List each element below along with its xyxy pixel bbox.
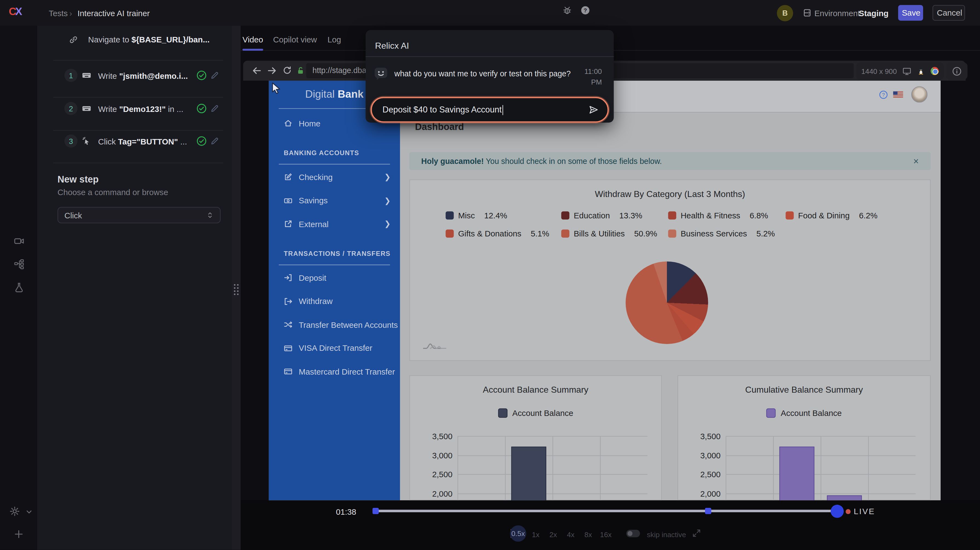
- panel-resize-handle[interactable]: [232, 26, 240, 550]
- legend-percent: 5.2%: [756, 229, 775, 238]
- lab-flask-icon[interactable]: [14, 282, 24, 293]
- bank-nav-label: Checking: [299, 172, 333, 182]
- help-icon[interactable]: ?: [581, 6, 590, 15]
- cancel-button[interactable]: Cancel: [932, 5, 965, 21]
- bug-icon[interactable]: [562, 6, 572, 15]
- legend-swatch: [446, 230, 454, 238]
- signin-icon: [284, 273, 293, 282]
- us-flag-icon[interactable]: [893, 91, 903, 98]
- environment-icon: [803, 8, 812, 18]
- edit-step-icon[interactable]: [210, 104, 219, 113]
- speed-0.5x[interactable]: 0.5x: [510, 525, 526, 542]
- edit-icon: [284, 173, 293, 182]
- breadcrumb-tests[interactable]: Tests: [49, 9, 68, 18]
- bar[interactable]: [827, 495, 862, 501]
- chevron-down-icon[interactable]: [25, 508, 33, 516]
- speed-4x[interactable]: 4x: [567, 531, 574, 539]
- legend-label: Account Balance: [781, 408, 842, 418]
- live-dot: [846, 509, 851, 513]
- speed-8x[interactable]: 8x: [584, 531, 592, 539]
- bank-nav-visa-direct-transfer[interactable]: VISA Direct Transfer: [284, 341, 394, 356]
- legend-swatch: [786, 212, 794, 220]
- ai-prompt-input[interactable]: Deposit $40 to Savings Account: [371, 97, 609, 123]
- bank-nav-transfer-between-accounts[interactable]: Transfer Between Accounts: [284, 317, 394, 332]
- playhead-handle[interactable]: [831, 505, 844, 518]
- save-button[interactable]: Save: [898, 5, 923, 21]
- test-step-row[interactable]: 3Click Tag="BUTTON" ...: [38, 134, 232, 149]
- bank-nav-withdraw[interactable]: Withdraw: [284, 293, 394, 309]
- browser-back-icon[interactable]: [252, 66, 262, 76]
- bar-chart-card-cumulative: Cumulative Balance Summary Account Balan…: [678, 375, 931, 500]
- session-video-frame[interactable]: Digital Bank HomeBANKING ACCOUNTSCheckin…: [269, 81, 940, 501]
- user-avatar[interactable]: B: [777, 5, 793, 21]
- chevron-right-icon: ❯: [385, 220, 391, 228]
- chat-bubble-icon: [374, 66, 388, 81]
- ai-message-timestamp: 11:00PM: [577, 66, 602, 88]
- pie-legend-item[interactable]: Misc12.4%: [446, 211, 562, 220]
- bar[interactable]: [511, 446, 546, 500]
- pie-legend-item[interactable]: Gifts & Donations5.1%: [446, 229, 562, 238]
- alert-text: You should check in on some of those fie…: [484, 157, 662, 166]
- timeline-marker[interactable]: [705, 508, 711, 514]
- bank-nav-deposit[interactable]: Deposit: [284, 270, 394, 285]
- bank-help-icon[interactable]: ?: [879, 90, 888, 99]
- timeline-track[interactable]: [373, 510, 842, 512]
- bank-page-title: Dashboard: [415, 121, 464, 132]
- resolution-text: 1440 x 900: [861, 67, 897, 75]
- tab-log[interactable]: Log: [328, 35, 341, 44]
- test-step-row[interactable]: 2Write "Demo123!" in ...: [38, 101, 232, 116]
- tab-video[interactable]: Video: [243, 35, 263, 44]
- pie-legend-item[interactable]: Education13.3%: [562, 211, 668, 220]
- environment-value[interactable]: Staging: [859, 9, 889, 18]
- browser-reload-icon[interactable]: [282, 66, 292, 75]
- bar[interactable]: [779, 446, 814, 501]
- shuffle-icon: [284, 320, 293, 329]
- chrome-browser-icon[interactable]: [931, 67, 939, 75]
- bar-chart-title: Cumulative Balance Summary: [678, 385, 930, 395]
- app-logo[interactable]: CX: [9, 6, 21, 18]
- speed-16x[interactable]: 16x: [600, 531, 611, 539]
- speed-1x[interactable]: 1x: [532, 531, 539, 539]
- fullscreen-icon[interactable]: [692, 528, 701, 538]
- tab-copilot-view[interactable]: Copilot view: [273, 35, 317, 44]
- legend-swatch: [562, 230, 570, 238]
- step-number: 3: [64, 134, 77, 147]
- bank-nav-checking[interactable]: Checking❯: [284, 169, 394, 185]
- y-axis-tick: 2,500: [415, 470, 453, 479]
- command-select-value: Click: [64, 210, 82, 220]
- new-step-subtitle: Choose a command or browse: [57, 188, 168, 197]
- edit-step-icon[interactable]: [210, 136, 219, 145]
- gridline-v: [868, 436, 869, 500]
- edit-step-icon[interactable]: [210, 70, 219, 80]
- test-step-row[interactable]: 1Write "jsmith@demo.i...: [38, 68, 232, 83]
- send-icon[interactable]: [588, 105, 599, 115]
- legend-label: Gifts & Donations: [458, 229, 521, 238]
- add-icon[interactable]: [14, 529, 24, 539]
- settings-gear-icon[interactable]: [9, 506, 20, 517]
- bank-nav-savings[interactable]: Savings❯: [284, 193, 394, 208]
- command-select[interactable]: Click: [57, 207, 221, 223]
- monitor-icon[interactable]: [902, 67, 911, 75]
- alert-close-icon[interactable]: ×: [913, 156, 919, 166]
- cursor-click-icon: [82, 136, 91, 145]
- pie-legend-item[interactable]: Food & Dining6.2%: [786, 211, 917, 220]
- info-button[interactable]: [947, 63, 968, 80]
- playback-time: 01:38: [327, 507, 356, 517]
- workflow-tree-icon[interactable]: [14, 259, 24, 269]
- pie-legend-item[interactable]: Bills & Utilities50.9%: [562, 229, 668, 238]
- timeline-marker[interactable]: [372, 508, 379, 514]
- relicx-ai-dialog: Relicx AI what do you want me to verify …: [366, 30, 614, 123]
- pie-legend-item[interactable]: Business Services5.2%: [668, 229, 799, 238]
- video-camera-icon[interactable]: [14, 236, 24, 247]
- speed-2x[interactable]: 2x: [549, 531, 557, 539]
- browser-forward-icon[interactable]: [267, 66, 277, 76]
- bank-user-avatar[interactable]: [912, 86, 928, 102]
- linux-penguin-icon[interactable]: [917, 67, 925, 75]
- bank-nav-mastercard-direct-transfer[interactable]: Mastercard Direct Transfer: [284, 364, 394, 379]
- keyboard-icon: [82, 104, 91, 113]
- bank-nav-external[interactable]: External❯: [284, 217, 394, 231]
- pie-legend-item[interactable]: Health & Fitness6.8%: [668, 211, 786, 220]
- bank-nav-label: Transfer Between Accounts: [299, 320, 398, 329]
- skip-inactive-toggle[interactable]: [626, 530, 640, 537]
- lock-open-icon[interactable]: [296, 66, 305, 75]
